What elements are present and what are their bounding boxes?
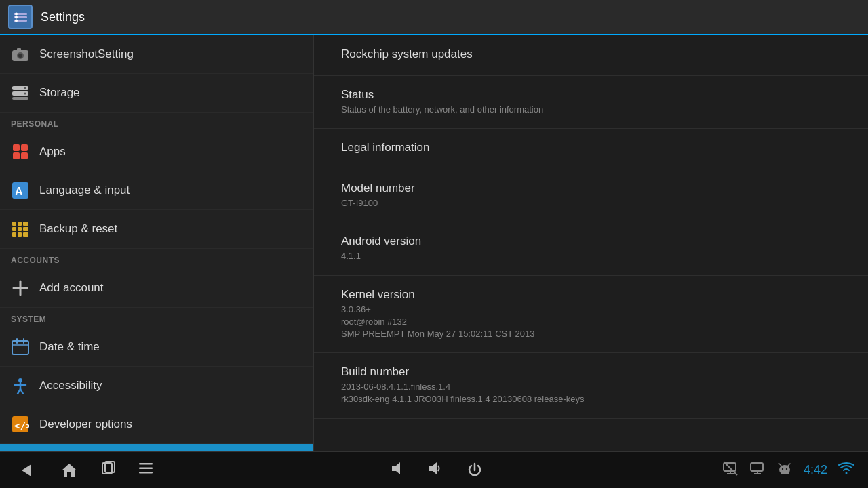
sidebar-item-about[interactable]: i About Media Center [0, 444, 313, 451]
svg-point-14 [24, 93, 26, 95]
content-row-title-model: Model number [341, 182, 841, 195]
taskbar-left [14, 458, 155, 483]
content-row-status[interactable]: StatusStatus of the battery, network, an… [314, 76, 868, 129]
language-icon: A [11, 181, 30, 200]
titlebar: Settings [0, 0, 868, 35]
clock-display: 4:42 [804, 463, 827, 477]
svg-rect-27 [12, 232, 16, 237]
dev-icon: </> [11, 415, 30, 434]
svg-rect-32 [12, 341, 28, 354]
svg-rect-16 [21, 144, 28, 151]
svg-rect-24 [12, 227, 16, 231]
accessibility-icon [11, 376, 30, 395]
svg-point-62 [782, 468, 783, 469]
screen-off-icon [722, 460, 738, 481]
sidebar: ScreenshotSetting StoragePERSONAL Apps A… [0, 35, 314, 451]
content-row-build: Build number2013-06-08.4.1.1.finless.1.4… [314, 353, 868, 418]
section-header-personal: PERSONAL [0, 113, 313, 133]
svg-text:A: A [15, 186, 23, 197]
android-icon [776, 460, 793, 481]
sidebar-item-developer[interactable]: </> Developer options [0, 405, 313, 444]
wifi-icon [838, 461, 854, 479]
svg-rect-21 [12, 222, 16, 226]
sidebar-item-label-screenshot: ScreenshotSetting [39, 47, 134, 61]
apps-icon [11, 142, 30, 161]
sidebar-item-label-addaccount: Add account [39, 281, 104, 295]
svg-line-65 [788, 464, 790, 466]
svg-rect-50 [139, 467, 153, 469]
taskbar-center [389, 458, 487, 483]
content-row-rockchip[interactable]: Rockchip system updates [314, 35, 868, 76]
svg-rect-22 [18, 222, 22, 226]
svg-marker-52 [392, 462, 400, 474]
svg-rect-58 [751, 463, 763, 471]
volume-down-button[interactable] [389, 460, 407, 481]
content-row-subtitle-status: Status of the battery, network, and othe… [341, 104, 841, 116]
svg-point-13 [24, 87, 26, 89]
sidebar-item-backup[interactable]: Backup & reset [0, 210, 313, 249]
svg-marker-53 [429, 462, 437, 474]
sidebar-item-screenshot[interactable]: ScreenshotSetting [0, 35, 313, 74]
svg-point-3 [15, 13, 18, 16]
sidebar-item-datetime[interactable]: Date & time [0, 328, 313, 367]
content-row-legal[interactable]: Legal information [314, 129, 868, 169]
section-header-system: SYSTEM [0, 308, 313, 328]
svg-line-40 [20, 389, 23, 394]
svg-rect-15 [13, 144, 20, 151]
content-row-title-android: Android version [341, 235, 841, 248]
sidebar-item-label-developer: Developer options [39, 418, 132, 431]
svg-rect-66 [781, 472, 783, 474]
content-row-kernel: Kernel version3.0.36+root@robin #132SMP … [314, 276, 868, 354]
sidebar-item-label-backup: Backup & reset [39, 222, 117, 236]
plus-icon [11, 279, 30, 298]
camera-icon [11, 45, 30, 64]
svg-rect-28 [18, 232, 22, 237]
content-row-title-kernel: Kernel version [341, 288, 841, 302]
sidebar-item-label-datetime: Date & time [39, 340, 100, 354]
home-button[interactable] [57, 458, 81, 483]
sidebar-item-addaccount[interactable]: Add account [0, 269, 313, 308]
calendar-icon [11, 338, 30, 357]
volume-up-button[interactable] [426, 460, 443, 481]
svg-marker-45 [22, 464, 31, 476]
screenshot-icon [749, 460, 766, 481]
sidebar-item-label-accessibility: Accessibility [39, 379, 102, 392]
content-row-subtitle-model: GT-I9100 [341, 197, 841, 209]
content-row-subtitle-kernel: 3.0.36+root@robin #132SMP PREEMPT Mon Ma… [341, 304, 841, 341]
content-row-title-status: Status [341, 88, 841, 102]
taskbar: 4:42 [0, 451, 868, 488]
svg-point-4 [15, 16, 18, 19]
svg-point-5 [15, 20, 18, 22]
svg-rect-26 [23, 227, 28, 231]
power-button[interactable] [462, 458, 487, 483]
back-button[interactable] [14, 458, 38, 483]
content-row-title-rockchip: Rockchip system updates [341, 47, 841, 61]
sidebar-item-label-apps: Apps [39, 145, 66, 159]
menu-button[interactable] [137, 460, 155, 481]
app-icon [8, 5, 33, 29]
page-title: Settings [41, 10, 85, 24]
svg-line-64 [779, 464, 781, 466]
sidebar-item-apps[interactable]: Apps [0, 133, 313, 171]
svg-rect-49 [139, 463, 153, 465]
section-header-accounts: ACCOUNTS [0, 249, 313, 269]
recent-apps-button[interactable] [100, 460, 118, 481]
content-row-subtitle-build: 2013-06-08.4.1.1.finless.1.4rk30sdk-eng … [341, 381, 841, 405]
svg-text:</>: </> [14, 420, 29, 431]
backup-icon [11, 220, 30, 239]
content-row-model: Model numberGT-I9100 [314, 169, 868, 222]
svg-marker-46 [62, 464, 77, 477]
svg-point-8 [18, 54, 22, 58]
sidebar-item-language[interactable]: A Language & input [0, 171, 313, 210]
storage-icon [11, 83, 30, 102]
taskbar-right: 4:42 [722, 460, 854, 481]
content-panel: Rockchip system updatesStatusStatus of t… [314, 35, 868, 451]
sidebar-item-storage[interactable]: Storage [0, 74, 313, 113]
svg-rect-51 [139, 472, 153, 474]
svg-rect-17 [13, 152, 20, 159]
content-row-title-legal: Legal information [341, 141, 841, 155]
content-row-subtitle-android: 4.1.1 [341, 250, 841, 262]
sidebar-item-accessibility[interactable]: Accessibility [0, 367, 313, 405]
sidebar-item-label-language: Language & input [39, 184, 130, 197]
svg-rect-12 [12, 97, 28, 100]
